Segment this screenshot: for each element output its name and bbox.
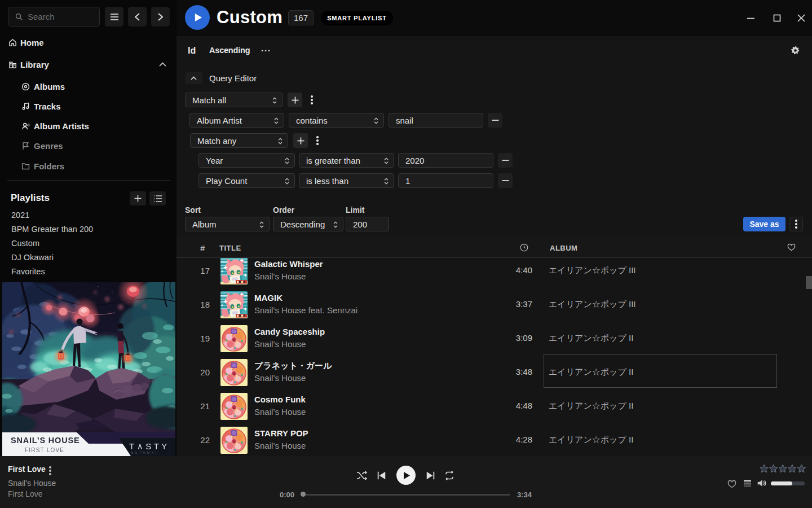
svg-text:T∧STY: T∧STY (129, 441, 170, 451)
svg-text:BSTMMXI: BSTMMXI (131, 451, 158, 454)
svg-text:FIRST LOVE: FIRST LOVE (25, 447, 64, 453)
svg-text:SNAIL’S HOUSE: SNAIL’S HOUSE (11, 436, 80, 445)
